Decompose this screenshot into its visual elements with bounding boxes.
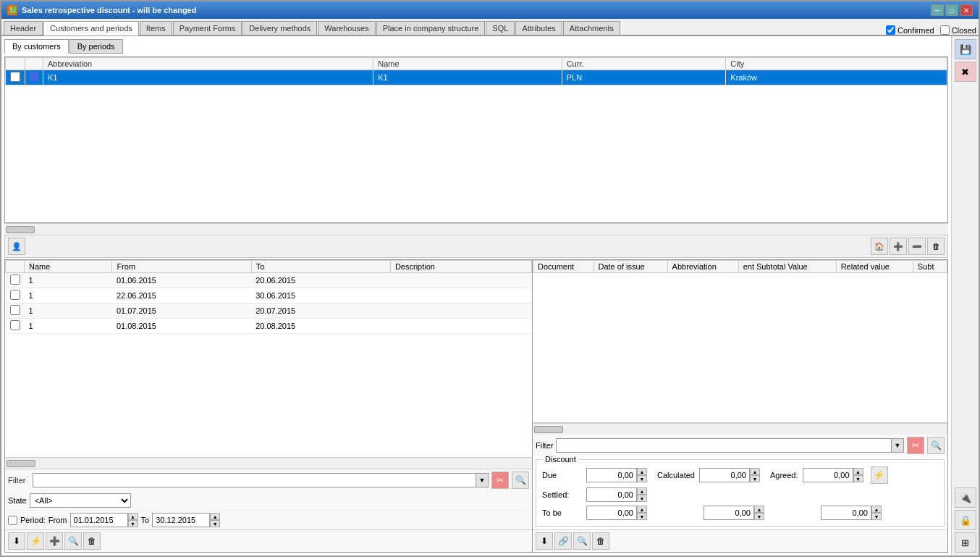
settled-input[interactable] bbox=[586, 487, 637, 502]
confirmed-checkbox[interactable] bbox=[886, 25, 895, 35]
right-delete-button[interactable]: 🗑 bbox=[592, 532, 609, 550]
right-link-button[interactable]: 🔗 bbox=[554, 532, 572, 550]
filter-dropdown-button[interactable]: ▼ bbox=[476, 473, 489, 487]
periods-delete-button[interactable]: 🗑 bbox=[83, 532, 101, 550]
agreed-down[interactable]: ▼ bbox=[853, 475, 863, 482]
maximize-button[interactable]: □ bbox=[945, 4, 958, 16]
table-row[interactable]: 1 01.07.2015 20.07.2015 bbox=[6, 303, 532, 319]
add-customer-button[interactable]: 👤 bbox=[8, 238, 25, 255]
to-date-up[interactable]: ▲ bbox=[210, 513, 220, 520]
right-search-button[interactable]: 🔍 bbox=[573, 532, 591, 550]
tobe-up3[interactable]: ▲ bbox=[871, 506, 882, 513]
tobe-input2[interactable] bbox=[704, 506, 754, 520]
tab-payment-forms[interactable]: Payment Forms bbox=[173, 21, 242, 35]
side-plugin-button[interactable]: 🔌 bbox=[955, 487, 976, 508]
periods-flash-button[interactable]: ⚡ bbox=[27, 532, 44, 550]
period-row-checkbox[interactable] bbox=[10, 320, 20, 330]
agreed-up[interactable]: ▲ bbox=[853, 468, 863, 475]
filter-input[interactable] bbox=[33, 473, 476, 487]
right-filter-dropdown[interactable]: ▼ bbox=[891, 438, 904, 453]
sub-tab-by-customers[interactable]: By customers bbox=[4, 39, 69, 54]
sub-tab-bar: By customers By periods bbox=[4, 39, 948, 54]
periods-arrow-button[interactable]: ⬇ bbox=[8, 532, 25, 550]
to-date-down[interactable]: ▼ bbox=[210, 520, 220, 527]
tab-header[interactable]: Header bbox=[4, 21, 43, 35]
col-period-description: Description bbox=[390, 261, 531, 273]
lower-left-scrollbar-thumb[interactable] bbox=[7, 460, 35, 467]
right-arrow-button[interactable]: ⬇ bbox=[536, 532, 553, 550]
toolbar-house-button[interactable]: 🏠 bbox=[871, 238, 888, 255]
periods-search-button[interactable]: 🔍 bbox=[64, 532, 82, 550]
calculated-input[interactable] bbox=[699, 468, 750, 482]
col-doc-related: Related value bbox=[836, 261, 913, 273]
period-row-checkbox[interactable] bbox=[10, 305, 20, 315]
side-extra-button[interactable]: ⊞ bbox=[955, 532, 976, 553]
close-button[interactable]: ✕ bbox=[960, 4, 973, 16]
tab-sql[interactable]: SQL bbox=[486, 21, 515, 35]
save-button[interactable]: 💾 bbox=[955, 39, 976, 59]
tab-warehouses[interactable]: Warehouses bbox=[318, 21, 375, 35]
closed-checkbox[interactable] bbox=[940, 25, 950, 35]
lower-left-scrollbar[interactable] bbox=[5, 457, 532, 469]
toolbar-delete-button[interactable]: 🗑 bbox=[927, 238, 945, 255]
right-filter-search-button[interactable]: 🔍 bbox=[927, 437, 945, 454]
periods-add-button[interactable]: ➕ bbox=[46, 532, 63, 550]
minimize-button[interactable]: ─ bbox=[931, 4, 944, 16]
right-scrollbar[interactable] bbox=[533, 423, 947, 435]
tab-place-in-structure[interactable]: Place in company structure bbox=[376, 21, 486, 35]
toolbar-add-button[interactable]: ➕ bbox=[890, 238, 907, 255]
period-row-checkbox[interactable] bbox=[10, 290, 20, 300]
from-date-spinner: ▲ ▼ bbox=[128, 513, 138, 527]
period-row-checkbox[interactable] bbox=[10, 275, 20, 285]
agreed-input[interactable] bbox=[803, 468, 853, 482]
row-checkbox[interactable] bbox=[10, 72, 20, 82]
right-filter-edit-button[interactable]: ✂ bbox=[907, 437, 924, 454]
right-filter-bar: Filter ▼ ✂ 🔍 bbox=[533, 435, 947, 456]
documents-panel: Document Date of issue Abbreviation ent … bbox=[533, 259, 948, 553]
upper-scrollbar[interactable] bbox=[4, 223, 948, 235]
table-row[interactable]: 1 01.06.2015 20.06.2015 bbox=[6, 273, 532, 288]
filter-edit-button[interactable]: ✂ bbox=[491, 472, 509, 489]
tobe-down2[interactable]: ▼ bbox=[754, 513, 764, 520]
due-up[interactable]: ▲ bbox=[637, 468, 647, 475]
table-row[interactable]: 1 01.08.2015 20.08.2015 bbox=[6, 319, 532, 334]
toolbar-remove-button[interactable]: ➖ bbox=[908, 238, 926, 255]
to-date-input[interactable] bbox=[152, 513, 210, 527]
state-dropdown[interactable]: <All> bbox=[30, 493, 131, 508]
tab-attachments[interactable]: Attachments bbox=[563, 21, 620, 35]
tobe-down1[interactable]: ▼ bbox=[637, 513, 647, 520]
upper-scrollbar-thumb[interactable] bbox=[6, 226, 35, 233]
discount-section: Discount Due ▲ ▼ Calculated bbox=[536, 459, 945, 527]
tobe-input3[interactable] bbox=[821, 506, 871, 520]
filter-search-button[interactable]: 🔍 bbox=[512, 472, 529, 489]
from-date-down[interactable]: ▼ bbox=[128, 520, 138, 527]
tobe-input1[interactable] bbox=[586, 506, 637, 520]
house-icon: 🏠 bbox=[874, 242, 884, 251]
sub-tab-by-periods[interactable]: By periods bbox=[69, 39, 123, 54]
lightning-button[interactable]: ⚡ bbox=[871, 466, 888, 484]
due-down[interactable]: ▼ bbox=[637, 475, 647, 482]
right-scrollbar-thumb[interactable] bbox=[534, 426, 563, 433]
from-date-up[interactable]: ▲ bbox=[128, 513, 138, 520]
tobe-up1[interactable]: ▲ bbox=[637, 506, 647, 513]
settled-up[interactable]: ▲ bbox=[637, 487, 647, 495]
table-row[interactable]: 1 22.06.2015 30.06.2015 bbox=[6, 288, 532, 303]
settled-down[interactable]: ▼ bbox=[637, 495, 647, 502]
periods-table-scroll: Name From To Description 1 bbox=[5, 260, 532, 457]
calc-down[interactable]: ▼ bbox=[750, 475, 760, 482]
from-date-input[interactable] bbox=[70, 513, 128, 527]
due-input[interactable] bbox=[586, 468, 637, 482]
tab-customers-and-periods[interactable]: Customers and periods bbox=[43, 21, 139, 35]
from-label: From bbox=[48, 516, 67, 524]
tab-items[interactable]: Items bbox=[140, 21, 172, 35]
period-checkbox[interactable] bbox=[8, 516, 17, 525]
tab-attributes[interactable]: Attributes bbox=[515, 21, 562, 35]
tab-delivery-methods[interactable]: Delivery methods bbox=[242, 21, 317, 35]
table-row[interactable]: K1 K1 PLN Kraków bbox=[6, 70, 947, 85]
cancel-button[interactable]: ✖ bbox=[955, 62, 976, 82]
side-lock-button[interactable]: 🔒 bbox=[955, 510, 976, 530]
tobe-up2[interactable]: ▲ bbox=[754, 506, 764, 513]
tobe-down3[interactable]: ▼ bbox=[871, 513, 882, 520]
calc-up[interactable]: ▲ bbox=[750, 468, 760, 475]
right-filter-input[interactable] bbox=[556, 438, 891, 453]
